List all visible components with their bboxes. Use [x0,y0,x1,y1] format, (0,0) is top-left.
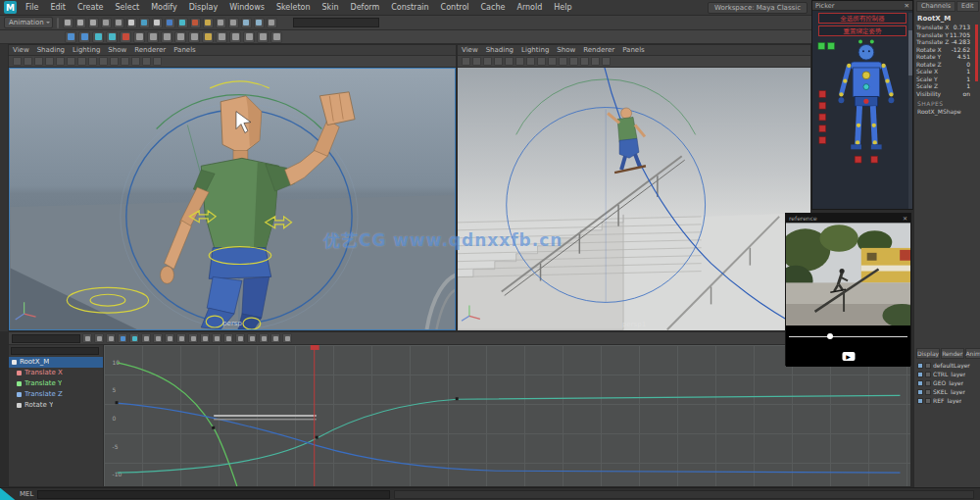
shelf-icon[interactable] [174,31,186,43]
layer-playback-toggle[interactable] [925,372,931,377]
channel-box-object-name[interactable]: RootX_M [914,13,980,24]
graph-tool-icon[interactable] [153,333,163,343]
viewport-toolbar-icon[interactable] [110,57,119,66]
layer-visibility-toggle[interactable] [917,389,923,395]
layer-row[interactable]: REF_layer [914,396,980,405]
picker-left-buttons[interactable] [818,42,835,143]
channel-row[interactable]: Rotate X-12.62 [916,46,978,54]
selected-tangent-handle[interactable] [214,415,317,417]
video-scrubber-knob[interactable] [827,333,833,339]
keyframes[interactable] [116,397,459,438]
menu-item[interactable]: Cache [476,0,511,16]
menu-item[interactable]: Control [436,0,474,16]
shelf-icon[interactable] [147,31,159,43]
graph-channel-row[interactable]: Translate Z [9,389,103,400]
viewport-toolbar-icon[interactable] [99,57,108,66]
status-icon[interactable] [139,18,150,28]
character-right-hand[interactable] [319,92,355,125]
graph-tool-icon[interactable] [270,333,280,343]
graph-channel-row[interactable]: Translate Y [9,378,103,389]
status-icon[interactable] [267,18,277,28]
numeric-input-field[interactable] [293,18,379,27]
graph-tool-icon[interactable] [282,333,292,343]
layer-visibility-toggle[interactable] [917,372,923,377]
channel-row[interactable]: Translate Y11.705 [916,31,978,39]
viewport-toolbar-icon[interactable] [13,57,22,66]
tool-icon[interactable] [2,76,7,81]
viewport-menu-item[interactable]: Show [553,46,579,54]
viewport-toolbar-icon[interactable] [153,57,162,66]
status-icon[interactable] [126,18,137,28]
viewport-menu-item[interactable]: View [9,46,33,54]
character-pelvis[interactable] [209,248,271,279]
shelf-icon[interactable] [133,31,145,43]
video-progress-bar[interactable] [789,336,907,337]
graph-channel-row[interactable]: Rotate Y [9,400,103,411]
layer-visibility-toggle[interactable] [917,363,923,369]
video-frame[interactable] [786,223,910,325]
shelf-icon[interactable] [202,31,214,43]
viewport-toolbar-icon[interactable] [24,57,32,66]
status-icon[interactable] [216,18,226,28]
viewport-menu-item[interactable]: Show [104,46,130,54]
viewport-toolbar-icon[interactable] [56,57,65,66]
status-icon[interactable] [203,18,214,28]
workspace-selector[interactable]: Workspace: Maya Classic [708,2,808,14]
tool-icon[interactable] [2,94,7,99]
status-icon[interactable] [165,18,175,28]
viewport-toolbar-icon[interactable] [602,57,611,66]
viewport-menu-item[interactable]: Lighting [69,46,104,54]
layer-playback-toggle[interactable] [925,398,931,404]
viewport-menu-item[interactable]: Shading [482,46,517,54]
shelf-icon[interactable] [65,31,76,43]
shelf-icon[interactable] [161,31,172,43]
menu-item[interactable]: Create [73,0,109,16]
close-icon[interactable]: ✕ [905,2,909,10]
tool-icon[interactable] [2,85,7,90]
picker-select-button[interactable]: 全选所有控制器 [818,13,906,24]
status-icon[interactable] [114,18,124,28]
current-time-marker[interactable] [311,345,319,350]
status-icon[interactable] [63,18,74,28]
status-icon[interactable] [177,18,188,28]
graph-channel-row[interactable]: RootX_M [9,357,103,368]
graph-stats-field[interactable] [12,334,80,343]
viewport-toolbar-icon[interactable] [591,57,600,66]
head-control-arc[interactable] [210,81,270,88]
viewport-menu-item[interactable]: Renderer [130,46,170,54]
menu-item[interactable]: Windows [224,0,270,16]
viewport-toolbar-icon[interactable] [569,57,578,66]
viewport-menu-item[interactable]: Panels [618,46,649,54]
shelf-icon[interactable] [270,31,282,43]
tool-icon[interactable] [2,59,7,64]
menu-item[interactable]: Edit [45,0,71,16]
shelf-icon[interactable] [78,31,90,43]
translateY-curve[interactable] [118,363,237,486]
layer-playback-toggle[interactable] [925,380,931,386]
viewport-menu-item[interactable]: Panels [170,46,200,54]
graph-tool-icon[interactable] [94,333,104,343]
graph-tool-icon[interactable] [247,333,257,343]
channel-box-menu-item[interactable]: Edit [956,1,979,12]
menu-item[interactable]: Constrain [386,0,433,16]
viewport-toolbar-icon[interactable] [580,57,589,66]
shelf-icon[interactable] [257,31,269,43]
close-icon[interactable]: ✕ [903,215,907,222]
status-icon[interactable] [241,18,252,28]
channel-row[interactable]: Visibilityon [916,90,978,98]
mel-label[interactable]: MEL [20,490,33,498]
tool-icon[interactable] [2,68,7,73]
viewport-toolbar-icon[interactable] [88,57,97,66]
channel-box-menu-item[interactable]: Channels [916,1,956,12]
viewport-toolbar-icon[interactable] [483,57,492,66]
channel-row[interactable]: Scale Z1 [916,82,978,90]
status-icon[interactable] [152,18,163,28]
menu-item[interactable]: Display [184,0,223,16]
layer-playback-toggle[interactable] [925,389,931,395]
picker-scrollbar[interactable] [908,13,912,209]
status-icon[interactable] [190,18,201,28]
layer-tab[interactable]: Render [941,348,963,359]
layer-visibility-toggle[interactable] [917,398,923,404]
viewport-toolbar-icon[interactable] [462,57,470,66]
channel-row[interactable]: Rotate Z0 [916,61,978,69]
